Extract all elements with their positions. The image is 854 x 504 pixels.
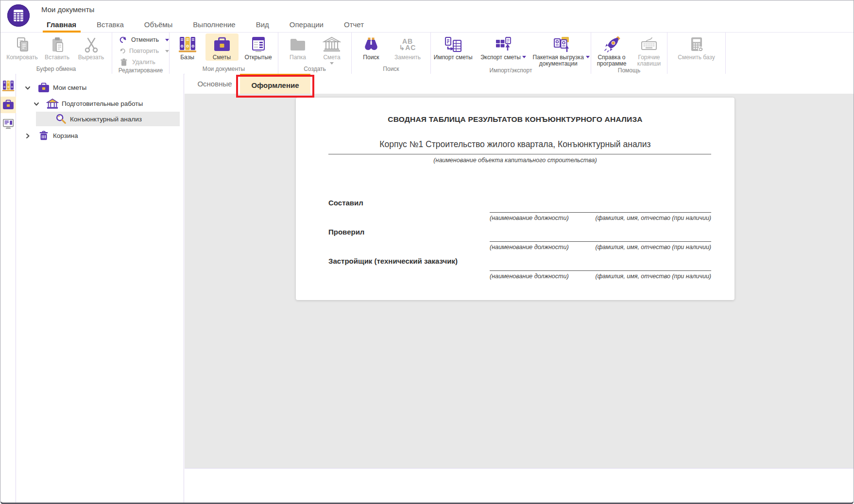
tab-formatting[interactable]: Оформление [240, 74, 310, 94]
ribbon-group-label: Импорт/экспорт [431, 67, 591, 74]
bases-label: Базы [180, 54, 194, 61]
signature-label: Составил [328, 199, 363, 207]
tree-item-conjuncture-analysis[interactable]: Конъюнктурный анализ [36, 112, 180, 126]
bases-button[interactable]: Базы [172, 34, 203, 61]
open-docs-label: Открытые [244, 54, 272, 61]
binders-icon [178, 35, 197, 54]
menu-tab-label: Вид [256, 20, 269, 29]
briefcase-icon [2, 99, 15, 111]
copy-button[interactable]: Копировать [4, 34, 40, 61]
app-logo-icon[interactable] [7, 4, 30, 27]
document-canvas: СВОДНАЯ ТАБЛИЦА РЕЗУЛЬТАТОВ КОНЪЮНКТУРНО… [185, 94, 854, 468]
export-estimate-button[interactable]: Экспорт сметы [477, 34, 529, 61]
report-icon [2, 118, 15, 130]
menu-tabs: Главная Вставка Объёмы Выполнение Вид Оп… [47, 17, 364, 32]
tree-item-label: Корзина [53, 132, 78, 139]
chevron-down-icon[interactable] [33, 100, 40, 108]
chevron-down-icon[interactable] [586, 56, 590, 58]
ribbon-group-help: Справка о программе Горячие клавиши Помо… [591, 33, 667, 74]
tab-label: Основные [197, 80, 232, 88]
hotkeys-button[interactable]: Горячие клавиши [633, 34, 665, 67]
open-docs-button[interactable]: Открытые [241, 34, 275, 61]
replace-button[interactable]: AB↳AC Заменить [390, 34, 426, 61]
cut-label: Вырезать [78, 54, 104, 61]
menu-tab-label: Главная [47, 20, 76, 29]
signature-line [490, 241, 711, 242]
redo-button[interactable]: Повторить [119, 46, 169, 56]
paste-label: Вставить [45, 54, 69, 61]
search-button[interactable]: Поиск [357, 34, 386, 61]
menu-tab-operacii[interactable]: Операции [290, 17, 324, 32]
signature-row: Составил (наименование должности) (фамил… [296, 198, 734, 227]
binoculars-icon [362, 35, 380, 54]
binders-icon [2, 80, 15, 92]
delete-label: Удалить [132, 59, 155, 66]
position-hint: (наименование должности) [490, 273, 569, 280]
calculator-icon [687, 35, 706, 54]
rocket-icon [602, 35, 621, 54]
trash-icon [37, 130, 50, 142]
menu-tab-glavnaya[interactable]: Главная [47, 17, 76, 32]
tree-item-label: Конъюнктурный анализ [70, 116, 142, 123]
batch-upload-button[interactable]: Пакетная выгрузка документации [531, 34, 591, 67]
ribbon: Копировать Вставить Вырезать Буфер обмен… [0, 33, 854, 74]
folder-button[interactable]: Папка [283, 34, 313, 61]
object-name: Корпус №1 Строительство жилого квартала,… [296, 139, 734, 150]
delete-button[interactable]: Удалить [119, 57, 169, 67]
app-window: Мои документы Главная Вставка Объёмы Вып… [0, 0, 854, 504]
tree-item-my-estimates[interactable]: Мои сметы [16, 80, 184, 96]
header: Мои документы Главная Вставка Объёмы Вып… [0, 0, 854, 33]
rail-estimates-button[interactable] [0, 97, 16, 113]
tab-label: Оформление [251, 81, 299, 89]
chevron-down-icon[interactable] [522, 56, 526, 58]
chevron-down-icon[interactable] [24, 84, 32, 92]
export-estimate-label: Экспорт сметы [480, 54, 521, 61]
ribbon-group-label [667, 66, 725, 74]
briefcase-icon [37, 82, 50, 94]
about-button[interactable]: Справка о программе [593, 34, 630, 67]
estimate-create-label: Смета [323, 54, 340, 61]
tree-item-preparatory-works[interactable]: Подготовительные работы [16, 96, 184, 112]
undo-button[interactable]: Отменить [119, 35, 169, 45]
cut-button[interactable]: Вырезать [74, 34, 108, 61]
document-preview: СВОДНАЯ ТАБЛИЦА РЕЗУЛЬТАТОВ КОНЪЮНКТУРНО… [296, 98, 734, 300]
trash-icon [119, 57, 129, 67]
undo-label: Отменить [131, 36, 159, 43]
estimates-button[interactable]: Сметы [205, 34, 239, 61]
magnifier-icon [54, 113, 67, 125]
search-label: Поиск [363, 54, 379, 61]
keyboard-icon [640, 35, 658, 54]
paste-button[interactable]: Вставить [40, 34, 74, 61]
menu-tab-vypolnenie[interactable]: Выполнение [193, 17, 235, 32]
chevron-down-icon[interactable] [165, 50, 169, 52]
ribbon-group-create: Папка Смета Создать [278, 33, 352, 74]
batch-upload-icon [552, 35, 570, 54]
object-name-underline [328, 154, 711, 154]
copy-icon [13, 35, 32, 54]
folder-label: Папка [290, 54, 306, 61]
menu-tab-otchet[interactable]: Отчет [344, 17, 364, 32]
chevron-down-icon[interactable] [330, 62, 334, 65]
chevron-right-icon[interactable] [24, 132, 32, 140]
document-tree: Мои сметы Подготовительные работы Конъюн… [16, 74, 184, 503]
chevron-down-icon[interactable] [165, 39, 169, 41]
rail-bases-button[interactable] [0, 78, 16, 94]
ribbon-group-database: Сменить базу [667, 33, 726, 74]
change-database-button[interactable]: Сменить базу [677, 34, 716, 61]
menu-tab-obyomy[interactable]: Объёмы [144, 17, 173, 32]
position-hint: (наименование должности) [490, 244, 569, 251]
menu-tab-vstavka[interactable]: Вставка [97, 17, 124, 32]
position-hint: (наименование должности) [490, 215, 569, 221]
house-icon [46, 98, 59, 110]
rail-report-button[interactable] [0, 116, 16, 132]
ribbon-group-label: Буфер обмена [0, 66, 112, 74]
tab-basic[interactable]: Основные [190, 74, 239, 94]
estimate-create-button[interactable]: Смета [317, 34, 347, 65]
import-estimate-button[interactable]: Импорт сметы [431, 34, 475, 61]
name-hint: (фамилия, имя, отчество (при наличии) [596, 215, 711, 221]
menu-tab-label: Отчет [344, 20, 364, 29]
menu-tab-vid[interactable]: Вид [256, 17, 269, 32]
object-name-hint: (наименование объекта капитального строи… [296, 157, 734, 164]
import-estimate-label: Импорт сметы [434, 54, 473, 61]
tree-item-recycle-bin[interactable]: Корзина [16, 128, 184, 144]
